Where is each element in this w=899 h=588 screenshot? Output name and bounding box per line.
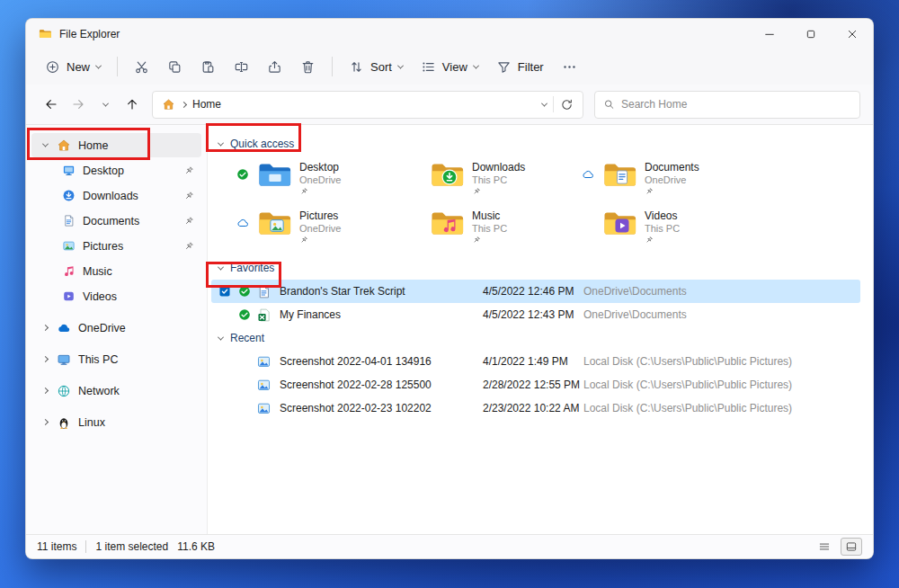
sidebar-item-documents[interactable]: Documents bbox=[31, 209, 201, 233]
command-bar: New Sort View Filter bbox=[26, 49, 873, 85]
quick-access-tile-pictures[interactable]: Pictures OneDrive bbox=[233, 206, 405, 247]
pin-icon bbox=[472, 187, 525, 196]
share-button[interactable] bbox=[259, 55, 290, 79]
address-dropdown-chevron-icon[interactable] bbox=[541, 100, 547, 106]
minimize-button[interactable] bbox=[749, 19, 790, 49]
home-icon bbox=[162, 98, 175, 111]
title-bar[interactable]: File Explorer bbox=[26, 19, 873, 49]
items-count: 11 items bbox=[37, 540, 76, 553]
chevron-down-icon bbox=[218, 334, 224, 340]
file-location: OneDrive\Documents bbox=[583, 285, 860, 298]
forward-button[interactable] bbox=[66, 92, 91, 117]
refresh-icon[interactable] bbox=[560, 98, 574, 111]
quick-access-tile-downloads[interactable]: Downloads This PC bbox=[405, 157, 578, 199]
navigation-bar: Home bbox=[26, 85, 873, 125]
sidebar-item-this-pc[interactable]: This PC bbox=[31, 347, 201, 371]
file-row[interactable]: Brandon's Star Trek Script 4/5/2022 12:4… bbox=[211, 280, 860, 303]
file-row[interactable]: Screenshot 2022-02-28 125500 2/28/2022 1… bbox=[211, 373, 860, 396]
sidebar-item-label: OneDrive bbox=[78, 322, 126, 334]
file-date: 4/1/2022 1:49 PM bbox=[483, 355, 583, 368]
quick-access-tile-documents[interactable]: Documents OneDrive bbox=[578, 157, 751, 199]
pin-icon bbox=[183, 216, 194, 227]
file-name: Screenshot 2022-02-23 102202 bbox=[280, 402, 483, 414]
tile-location: OneDrive bbox=[299, 174, 341, 185]
sync-ok-icon bbox=[236, 160, 251, 196]
large-thumbnails-view-button[interactable] bbox=[841, 538, 862, 556]
up-button[interactable] bbox=[120, 92, 145, 117]
annotation-box-quick-access bbox=[206, 123, 301, 152]
section-header-recent[interactable]: Recent bbox=[211, 326, 860, 350]
sidebar-item-network[interactable]: Network bbox=[31, 379, 201, 403]
rename-button[interactable] bbox=[226, 55, 257, 79]
document-icon bbox=[62, 214, 76, 227]
pictures-folder-icon bbox=[257, 209, 293, 238]
search-icon bbox=[603, 98, 615, 111]
file-date: 2/23/2022 10:22 AM bbox=[483, 402, 583, 414]
sidebar-item-pictures[interactable]: Pictures bbox=[31, 234, 201, 258]
section-header-favorites[interactable]: Favorites bbox=[211, 256, 860, 280]
desktop-icon bbox=[62, 164, 76, 177]
search-box[interactable] bbox=[594, 91, 860, 119]
address-divider bbox=[553, 96, 554, 112]
tile-location: This PC bbox=[645, 223, 680, 234]
recent-locations-button[interactable] bbox=[93, 92, 118, 117]
back-button[interactable] bbox=[39, 92, 64, 117]
quick-access-tile-music[interactable]: Music This PC bbox=[405, 206, 578, 247]
sidebar-item-onedrive[interactable]: OneDrive bbox=[31, 316, 201, 340]
chevron-right-icon[interactable] bbox=[41, 325, 48, 331]
maximize-button[interactable] bbox=[790, 19, 832, 49]
status-bar: 11 items 1 item selected 11.6 KB bbox=[26, 534, 873, 558]
see-more-button[interactable] bbox=[554, 55, 585, 79]
search-input[interactable] bbox=[621, 98, 851, 111]
copy-button[interactable] bbox=[159, 55, 191, 79]
chevron-right-icon[interactable] bbox=[41, 388, 48, 394]
file-row[interactable]: Screenshot 2022-02-23 102202 2/23/2022 1… bbox=[211, 396, 860, 420]
quick-access-tile-desktop[interactable]: Desktop OneDrive bbox=[233, 157, 405, 199]
sort-icon bbox=[349, 59, 364, 75]
file-location: Local Disk (C:\Users\Public\Public Pictu… bbox=[583, 379, 860, 391]
view-button[interactable]: View bbox=[413, 55, 486, 79]
cut-button[interactable] bbox=[126, 55, 157, 79]
file-date: 2/28/2022 12:55 PM bbox=[483, 379, 583, 391]
quick-access-tile-videos[interactable]: Videos This PC bbox=[578, 206, 751, 247]
file-row[interactable]: My Finances 4/5/2022 12:43 PM OneDrive\D… bbox=[211, 303, 860, 326]
filter-button[interactable]: Filter bbox=[488, 55, 552, 79]
sidebar-item-label: Network bbox=[78, 385, 120, 397]
sort-label: Sort bbox=[370, 60, 392, 74]
section-header-quick-access[interactable]: Quick access bbox=[211, 132, 860, 156]
file-row[interactable]: Screenshot 2022-04-01 134916 4/1/2022 1:… bbox=[211, 350, 860, 373]
address-bar[interactable]: Home bbox=[152, 91, 583, 119]
picture-icon bbox=[62, 239, 76, 253]
file-name: Screenshot 2022-02-28 125500 bbox=[280, 379, 483, 391]
sidebar-item-music[interactable]: Music bbox=[31, 259, 201, 283]
details-view-button[interactable] bbox=[814, 538, 835, 556]
file-date: 4/5/2022 12:43 PM bbox=[483, 308, 583, 321]
quick-access-grid: Desktop OneDrive Downloads Thi bbox=[233, 157, 860, 247]
sidebar-item-label: Linux bbox=[78, 416, 105, 429]
section-title: Recent bbox=[230, 332, 264, 344]
video-icon bbox=[62, 290, 76, 303]
new-button[interactable]: New bbox=[37, 55, 109, 79]
close-button[interactable] bbox=[832, 19, 873, 49]
sidebar-item-downloads[interactable]: Downloads bbox=[31, 183, 201, 208]
download-icon bbox=[62, 189, 76, 202]
tile-name: Downloads bbox=[472, 161, 525, 174]
paste-button[interactable] bbox=[192, 55, 224, 79]
annotation-box-favorites bbox=[206, 262, 281, 288]
chevron-right-icon[interactable] bbox=[41, 419, 48, 425]
breadcrumb-home[interactable]: Home bbox=[192, 98, 221, 111]
sidebar-item-linux[interactable]: Linux bbox=[31, 410, 201, 434]
pin-icon bbox=[183, 241, 194, 252]
sort-button[interactable]: Sort bbox=[341, 55, 411, 79]
sidebar-item-videos[interactable]: Videos bbox=[31, 284, 201, 308]
music-note-icon bbox=[62, 264, 76, 278]
chevron-down-icon bbox=[102, 100, 108, 106]
file-name: Brandon's Star Trek Script bbox=[280, 285, 483, 298]
selection-size: 11.6 KB bbox=[177, 540, 215, 553]
window-title: File Explorer bbox=[59, 28, 120, 40]
pin-icon bbox=[183, 165, 194, 176]
sidebar-item-desktop[interactable]: Desktop bbox=[31, 158, 201, 183]
chevron-right-icon[interactable] bbox=[41, 356, 48, 362]
delete-button[interactable] bbox=[292, 55, 324, 79]
downloads-folder-icon bbox=[430, 160, 466, 190]
